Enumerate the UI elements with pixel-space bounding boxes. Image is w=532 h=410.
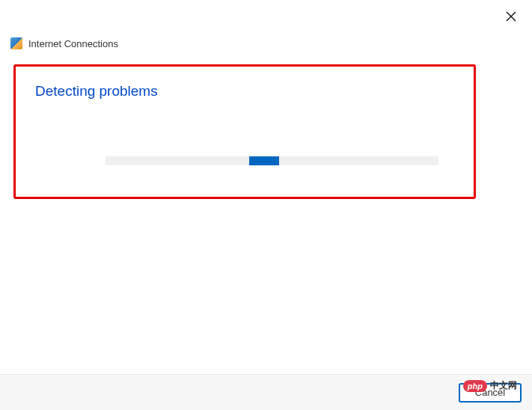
dialog-footer: Cancel (0, 374, 532, 410)
cancel-button[interactable]: Cancel (459, 383, 522, 403)
close-icon (506, 11, 516, 22)
close-button[interactable] (505, 10, 517, 22)
cancel-button-label: Cancel (475, 387, 505, 398)
progress-indicator (249, 156, 279, 165)
dialog-header: Internet Connections (10, 37, 118, 49)
dialog-title: Internet Connections (28, 38, 118, 49)
progress-bar (106, 156, 438, 165)
status-heading: Detecting problems (35, 83, 454, 100)
content-panel: Detecting problems (13, 64, 476, 199)
internet-connections-icon (10, 37, 22, 49)
